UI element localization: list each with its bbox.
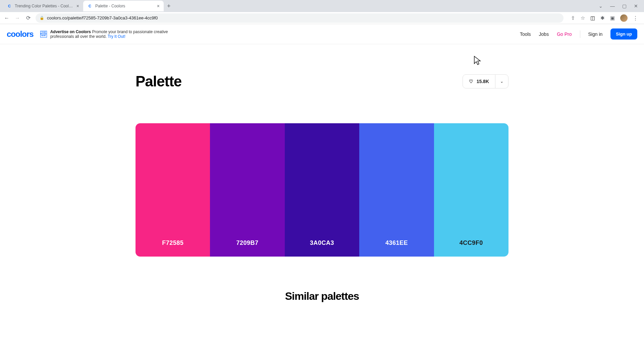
cursor-icon xyxy=(474,56,482,67)
nav-tools[interactable]: Tools xyxy=(520,31,531,37)
url-text: coolors.co/palette/f72585-7209b7-3a0ca3-… xyxy=(47,15,158,20)
page-head-row: Palette ♡ 15.8K ⌄ xyxy=(136,73,508,90)
like-button[interactable]: ♡ 15.8K xyxy=(463,75,495,88)
palette-strip: F72585 7209B7 3A0CA3 4361EE 4CC9F0 xyxy=(136,123,508,257)
extension-color-icon[interactable]: ◫ xyxy=(590,15,595,21)
window-controls: ⌄ ― ▢ ✕ xyxy=(599,3,644,9)
swatch-1[interactable]: 7209B7 xyxy=(210,123,284,257)
advert-box[interactable]: YOUR BRAND HERE Advertise on Coolors Pro… xyxy=(40,29,181,39)
swatch-code: 4361EE xyxy=(385,239,408,247)
close-icon[interactable]: × xyxy=(157,3,160,9)
forward-button[interactable]: → xyxy=(14,15,21,21)
kebab-menu-icon[interactable]: ⋮ xyxy=(633,15,638,21)
puzzle-icon[interactable]: ✱ xyxy=(600,15,605,21)
advert-text: Advertise on Coolors Promote your brand … xyxy=(50,29,181,39)
swatch-3[interactable]: 4361EE xyxy=(359,123,434,257)
swatch-4[interactable]: 4CC9F0 xyxy=(434,123,508,257)
swatch-2[interactable]: 3A0CA3 xyxy=(285,123,359,257)
tab-title: Trending Color Palettes - Coolors xyxy=(15,4,74,8)
new-tab-button[interactable]: + xyxy=(164,3,174,10)
nav-signin[interactable]: Sign in xyxy=(588,31,603,37)
swatch-code: 4CC9F0 xyxy=(460,239,483,247)
chevron-down-icon: ⌄ xyxy=(500,79,503,84)
advert-brand-icon: YOUR BRAND HERE xyxy=(40,31,47,38)
page-title: Palette xyxy=(136,73,181,90)
close-window-icon[interactable]: ✕ xyxy=(634,3,638,9)
like-control: ♡ 15.8K ⌄ xyxy=(463,74,508,88)
main: Palette ♡ 15.8K ⌄ F72585 7209B7 3A0CA3 4… xyxy=(0,73,644,302)
heart-icon: ♡ xyxy=(469,79,473,84)
swatch-code: 3A0CA3 xyxy=(310,239,334,247)
address-bar: ← → ⟳ 🔒 coolors.co/palette/f72585-7209b7… xyxy=(0,12,644,24)
nav-divider xyxy=(580,30,580,38)
logo[interactable]: coolors xyxy=(7,29,34,39)
nav-gopro[interactable]: Go Pro xyxy=(557,31,572,37)
share-icon[interactable]: ⇧ xyxy=(571,15,575,21)
chevron-down-icon[interactable]: ⌄ xyxy=(599,3,603,9)
close-icon[interactable]: × xyxy=(76,3,79,9)
like-dropdown-button[interactable]: ⌄ xyxy=(495,75,508,88)
back-button[interactable]: ← xyxy=(3,15,10,21)
nav-jobs[interactable]: Jobs xyxy=(539,31,549,37)
star-icon[interactable]: ☆ xyxy=(581,15,585,21)
tab-bar: C Trending Color Palettes - Coolors × C … xyxy=(0,0,644,12)
tab-1[interactable]: C Palette - Coolors × xyxy=(83,1,164,11)
extension-icons: ⇧ ☆ ◫ ✱ ▣ ⋮ xyxy=(571,14,641,22)
swatch-code: 7209B7 xyxy=(236,239,259,247)
minimize-icon[interactable]: ― xyxy=(610,3,615,9)
site-header: coolors YOUR BRAND HERE Advertise on Coo… xyxy=(0,24,644,44)
sidepanel-icon[interactable]: ▣ xyxy=(610,15,615,21)
advert-cta[interactable]: Try It Out! xyxy=(108,34,125,39)
signup-button[interactable]: Sign up xyxy=(610,28,637,40)
url-input[interactable]: 🔒 coolors.co/palette/f72585-7209b7-3a0ca… xyxy=(36,13,564,23)
nav-right: Tools Jobs Go Pro Sign in Sign up xyxy=(520,28,637,40)
profile-avatar-icon[interactable] xyxy=(620,14,628,22)
tab-title: Palette - Coolors xyxy=(95,4,154,8)
advert-title: Advertise on Coolors xyxy=(50,29,91,34)
favicon-icon: C xyxy=(7,3,12,9)
similar-palettes-title: Similar palettes xyxy=(0,290,644,302)
maximize-icon[interactable]: ▢ xyxy=(622,3,627,9)
lock-icon: 🔒 xyxy=(40,16,44,20)
browser-chrome: C Trending Color Palettes - Coolors × C … xyxy=(0,0,644,24)
tab-0[interactable]: C Trending Color Palettes - Coolors × xyxy=(3,1,83,11)
swatch-0[interactable]: F72585 xyxy=(136,123,210,257)
reload-button[interactable]: ⟳ xyxy=(25,15,32,21)
swatch-code: F72585 xyxy=(162,239,183,247)
favicon-icon: C xyxy=(87,3,93,9)
like-count: 15.8K xyxy=(477,79,489,84)
